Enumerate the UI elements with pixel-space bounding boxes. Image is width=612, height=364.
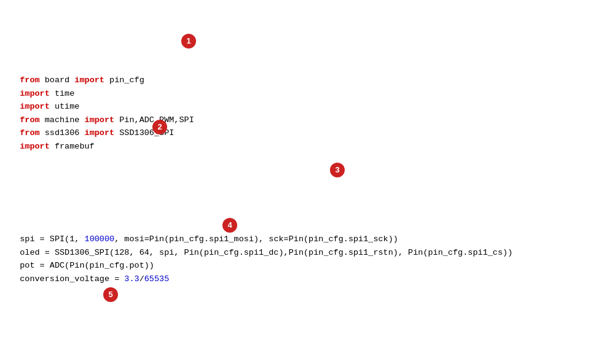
code-line: spi = SPI(1, 100000, mosi=Pin(pin_cfg.sp… [20, 234, 398, 244]
code-line: import time [20, 89, 74, 98]
code-editor: 1 from board import pin_cfg import time … [0, 0, 612, 364]
annotation-1: 1 [181, 34, 196, 48]
code-line: from machine import Pin,ADC,PWM,SPI [20, 115, 194, 125]
code-line: from ssd1306 import SSD1306_SPI [20, 128, 174, 137]
annotation-4: 4 [222, 218, 237, 233]
code-line: pot = ADC(Pin(pin_cfg.pot)) [20, 261, 154, 270]
annotation-5: 5 [103, 287, 118, 302]
code-line: import framebuf [20, 142, 95, 151]
annotation-3: 3 [330, 163, 345, 177]
code-line: conversion_voltage = 3.3/65535 [20, 274, 169, 284]
code-line: import utime [20, 102, 79, 111]
annotation-2: 2 [152, 120, 167, 134]
code-line: from board import pin_cfg [20, 76, 144, 85]
code-line: oled = SSD1306_SPI(128, 64, spi, Pin(pin… [20, 248, 512, 257]
